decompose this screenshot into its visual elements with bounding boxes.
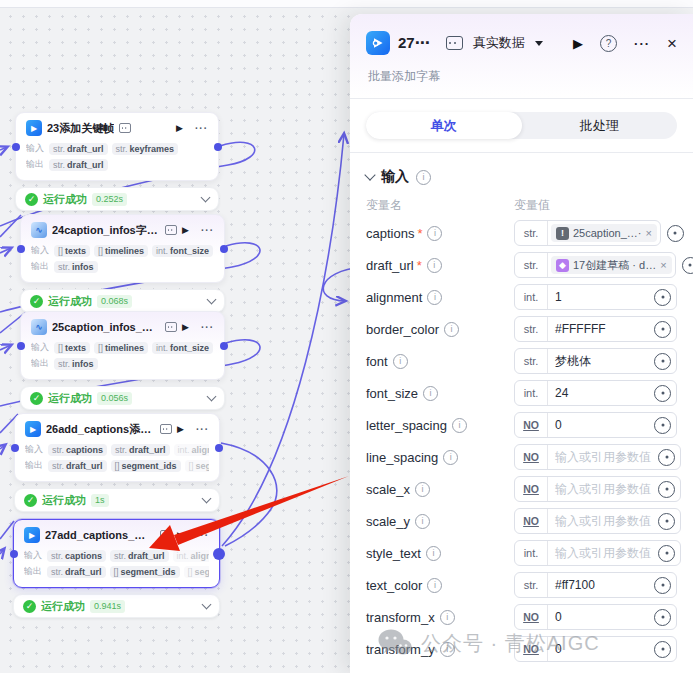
chevron-down-icon[interactable]	[202, 600, 212, 610]
param-value-cell: int.1	[514, 284, 677, 310]
reference-toggle-icon[interactable]	[667, 225, 684, 242]
node-run-button[interactable]: ▶	[182, 225, 189, 235]
node-run-button[interactable]: ▶	[177, 424, 184, 434]
node-run-button[interactable]: ▶	[177, 530, 184, 540]
chip-name: infos	[72, 262, 94, 272]
node-inputs-row: 输入[]texts[]timelinesint.font_sizestr.in·…	[31, 244, 214, 257]
param-label: scale_yi	[366, 514, 514, 529]
run-node-button[interactable]: ▶	[573, 36, 583, 51]
chip-name: segment_ids	[122, 461, 177, 471]
remove-chip-icon[interactable]: ×	[646, 227, 652, 239]
node-card[interactable]: ▶27add_captions_添加故事标题▶···输入str.captions…	[13, 519, 220, 588]
chip-type: []	[189, 461, 194, 471]
node-more-icon[interactable]: ···	[201, 225, 214, 236]
param-value-input[interactable]: NO输入或引用参数值	[514, 508, 681, 534]
tab-single[interactable]: 单次	[366, 112, 522, 139]
value-reference-chip[interactable]: ◆17创建草稿 · d…×	[551, 256, 672, 274]
param-row-letter_spacing: letter_spacingiNO0	[350, 409, 693, 441]
node-more-icon[interactable]: ···	[201, 322, 214, 333]
param-value-input[interactable]: NO0	[514, 604, 677, 630]
more-menu-icon[interactable]: ···	[634, 36, 650, 51]
param-value-input[interactable]: str.◆17创建草稿 · d…×	[514, 252, 676, 278]
input-port[interactable]	[10, 550, 18, 558]
chevron-down-icon[interactable]	[207, 392, 217, 402]
output-port[interactable]	[215, 444, 223, 452]
test-window-icon[interactable]	[160, 530, 172, 540]
test-window-icon[interactable]	[119, 123, 131, 133]
node-card[interactable]: ∿24caption_infos字幕信息▶···输入[]texts[]timel…	[20, 214, 225, 283]
node-more-icon[interactable]: ···	[196, 424, 209, 435]
output-port[interactable]	[213, 548, 225, 560]
reference-toggle-icon[interactable]	[658, 481, 675, 498]
node-card[interactable]: ∿25caption_infos_故事标题▶···输入[]texts[]time…	[20, 311, 225, 380]
data-mode-label[interactable]: 真实数据	[473, 34, 525, 52]
param-value-input[interactable]: int.输入或引用参数值	[514, 540, 681, 566]
node-card[interactable]: ▶23添加关键帧▶···输入str.draft_urlstr.keyframes…	[15, 112, 219, 181]
node-run-button[interactable]: ▶	[176, 123, 183, 133]
node-status-bar[interactable]: ✓运行成功1s	[14, 488, 220, 512]
reference-toggle-icon[interactable]	[654, 609, 671, 626]
chip-type: int.	[156, 343, 168, 353]
chevron-down-icon[interactable]	[202, 494, 212, 504]
output-port[interactable]	[220, 245, 228, 253]
param-value-input[interactable]: NO0	[514, 412, 677, 438]
reference-toggle-icon[interactable]	[654, 289, 671, 306]
param-value-input[interactable]: int.1	[514, 284, 677, 310]
value-reference-chip[interactable]: !25caption_…·×	[551, 224, 657, 242]
node-header: ∿25caption_infos_故事标题▶···	[31, 319, 214, 335]
row-label: 输入	[25, 443, 44, 456]
input-port[interactable]	[11, 444, 19, 452]
collapse-chevron-icon[interactable]	[364, 169, 375, 180]
node-more-icon[interactable]: ···	[196, 530, 209, 541]
node-status-bar[interactable]: ✓运行成功0.068s	[20, 289, 225, 313]
param-value-input[interactable]: NO输入或引用参数值	[514, 476, 681, 502]
node-card[interactable]: ▶26add_captions添加字幕▶···输入str.captionsstr…	[14, 413, 220, 482]
tab-batch[interactable]: 批处理	[522, 112, 678, 139]
output-port[interactable]	[214, 143, 222, 151]
test-window-icon[interactable]	[165, 225, 177, 235]
input-port[interactable]	[17, 245, 25, 253]
test-window-icon[interactable]	[446, 36, 463, 50]
param-value-input[interactable]: int.24	[514, 380, 677, 406]
node-status-bar[interactable]: ✓运行成功0.252s	[15, 187, 219, 211]
reference-toggle-icon[interactable]	[654, 577, 671, 594]
help-icon[interactable]: ?	[600, 35, 617, 52]
param-value-input[interactable]: str.梦桃体	[514, 348, 677, 374]
reference-toggle-icon[interactable]	[654, 353, 671, 370]
input-port[interactable]	[12, 143, 20, 151]
remove-chip-icon[interactable]: ×	[660, 259, 666, 271]
param-value-input[interactable]: str.#ff7100	[514, 572, 677, 598]
reference-toggle-icon[interactable]	[682, 257, 693, 274]
reference-toggle-icon[interactable]	[654, 417, 671, 434]
test-window-icon[interactable]	[165, 322, 177, 332]
chevron-down-icon[interactable]	[535, 41, 543, 46]
reference-toggle-icon[interactable]	[658, 449, 675, 466]
reference-toggle-icon[interactable]	[654, 641, 671, 658]
reference-toggle-icon[interactable]	[654, 321, 671, 338]
param-value-input[interactable]: NO输入或引用参数值	[514, 444, 681, 470]
input-section-header[interactable]: 输入 i	[366, 168, 677, 186]
node-status-bar[interactable]: ✓运行成功0.941s	[13, 594, 220, 618]
param-value-cell: NO输入或引用参数值	[514, 444, 681, 470]
node-more-icon[interactable]: ···	[195, 123, 208, 134]
reference-toggle-icon[interactable]	[658, 545, 675, 562]
chevron-down-icon[interactable]	[207, 295, 217, 305]
required-star: *	[417, 258, 422, 273]
reference-toggle-icon[interactable]	[658, 513, 675, 530]
row-label: 输入	[26, 142, 45, 155]
test-window-icon[interactable]	[160, 424, 172, 434]
reference-toggle-icon[interactable]	[654, 385, 671, 402]
output-port[interactable]	[220, 342, 228, 350]
chevron-down-icon[interactable]	[201, 193, 211, 203]
param-value-input[interactable]: NO0	[514, 636, 677, 662]
param-label: font_sizei	[366, 386, 514, 401]
input-port[interactable]	[17, 342, 25, 350]
node-run-button[interactable]: ▶	[182, 322, 189, 332]
param-value-cell: str.梦桃体	[514, 348, 677, 374]
param-value-input[interactable]: str.!25caption_…·×	[514, 220, 661, 246]
node-status-bar[interactable]: ✓运行成功0.056s	[20, 386, 225, 410]
close-icon[interactable]: ×	[667, 35, 677, 52]
value-text: 输入或引用参数值	[548, 545, 658, 562]
param-value-input[interactable]: str.#FFFFFF	[514, 316, 677, 342]
info-icon: i	[423, 386, 438, 401]
